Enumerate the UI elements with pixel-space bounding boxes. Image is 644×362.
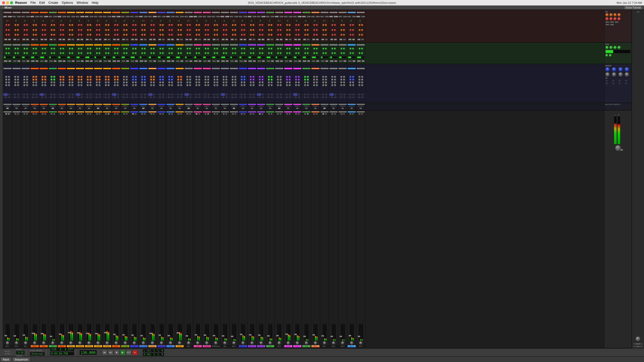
send-num-3[interactable]: 3: [17, 93, 20, 96]
knob[interactable]: [261, 24, 264, 26]
btn-by[interactable]: BY: [287, 107, 290, 109]
btn-on[interactable]: ON: [149, 38, 152, 40]
knob[interactable]: [53, 76, 56, 78]
knob[interactable]: [349, 29, 352, 31]
send-num-7[interactable]: 7: [153, 96, 156, 99]
send-num-5[interactable]: 5: [103, 96, 104, 99]
btn-on[interactable]: ON: [262, 60, 265, 62]
btn-eq[interactable]: EQ: [243, 38, 247, 40]
knob[interactable]: [307, 52, 309, 54]
knob[interactable]: [114, 29, 116, 31]
btn-eq[interactable]: EQ: [298, 38, 301, 40]
knob[interactable]: [62, 76, 65, 78]
btn-dyn[interactable]: DYN: [194, 60, 198, 62]
btn-gate[interactable]: GATE: [266, 16, 270, 18]
send-num-4[interactable]: 4: [11, 93, 12, 96]
eq-knob-8[interactable]: [617, 17, 621, 21]
knob[interactable]: [189, 76, 191, 78]
send-num-5[interactable]: 5: [311, 96, 312, 99]
knob[interactable]: [132, 24, 134, 26]
knob[interactable]: [234, 24, 236, 26]
btn-on[interactable]: ON: [76, 38, 80, 40]
pan-knob[interactable]: [250, 341, 254, 345]
send-num-1[interactable]: 1: [266, 93, 267, 96]
knob[interactable]: [214, 48, 216, 50]
send-num-5[interactable]: 5: [347, 96, 348, 99]
pan-knob[interactable]: [6, 341, 9, 345]
send-num-5[interactable]: 5: [239, 96, 240, 99]
btn-gate[interactable]: GATE: [230, 16, 234, 18]
knob[interactable]: [114, 34, 116, 36]
quantize-value[interactable]: 1/16: [16, 351, 25, 354]
knob[interactable]: [171, 84, 173, 86]
knob[interactable]: [8, 84, 10, 86]
btn-s[interactable]: S: [189, 113, 191, 115]
send-num-3[interactable]: 3: [44, 93, 47, 96]
knob[interactable]: [17, 29, 19, 31]
send-num-2[interactable]: 2: [122, 93, 125, 96]
btn-on[interactable]: ON: [244, 60, 247, 62]
send-num-4[interactable]: 4: [328, 93, 329, 96]
send-num-6[interactable]: 6: [303, 96, 306, 99]
send-num-4[interactable]: 4: [210, 93, 212, 96]
btn-on[interactable]: ON: [122, 38, 125, 40]
send-num-7[interactable]: 7: [162, 96, 165, 99]
btn-eq[interactable]: EQ: [26, 38, 29, 40]
knob[interactable]: [144, 34, 146, 36]
send-num-5[interactable]: 5: [166, 96, 167, 99]
btn-s[interactable]: S: [279, 113, 282, 115]
btn-m[interactable]: M: [322, 113, 325, 115]
btn-on[interactable]: ON: [180, 60, 184, 62]
knob[interactable]: [162, 78, 164, 81]
btn-dyn[interactable]: DYN: [330, 60, 334, 62]
knob[interactable]: [241, 52, 243, 54]
send-num-1[interactable]: 1: [85, 93, 86, 96]
knob[interactable]: [98, 24, 101, 26]
btn-on[interactable]: ON: [194, 38, 198, 40]
knob[interactable]: [243, 34, 246, 36]
send-num-2[interactable]: 2: [258, 93, 261, 96]
btn-on[interactable]: ON: [153, 60, 156, 62]
knob[interactable]: [150, 76, 152, 78]
menu-options[interactable]: Options: [62, 1, 73, 5]
btn-on[interactable]: ON: [289, 60, 292, 62]
btn-dyn[interactable]: DYN: [121, 60, 126, 62]
knob[interactable]: [225, 76, 228, 78]
knob[interactable]: [304, 76, 306, 78]
send-num-8[interactable]: 8: [355, 96, 356, 99]
knob[interactable]: [250, 52, 252, 54]
btn-on[interactable]: ON: [4, 38, 8, 40]
pan-knob[interactable]: [359, 341, 363, 345]
knob[interactable]: [35, 76, 37, 78]
knob[interactable]: [141, 76, 143, 78]
knob[interactable]: [250, 84, 252, 86]
knob[interactable]: [232, 52, 234, 54]
knob[interactable]: [126, 76, 128, 78]
btn-by[interactable]: BY: [15, 107, 18, 109]
knob[interactable]: [358, 81, 361, 84]
knob[interactable]: [180, 76, 182, 78]
btn-dyn[interactable]: DYN: [31, 60, 35, 62]
send-num-1[interactable]: 1: [39, 93, 41, 96]
knob[interactable]: [153, 52, 155, 54]
btn-by[interactable]: BY: [323, 107, 326, 109]
knob[interactable]: [116, 78, 119, 81]
knob[interactable]: [71, 34, 73, 36]
knob[interactable]: [71, 52, 73, 54]
send-knob-2[interactable]: [612, 67, 616, 72]
btn-on[interactable]: ON: [185, 38, 189, 40]
send-num-6[interactable]: 6: [104, 96, 107, 99]
send-num-2[interactable]: 2: [331, 93, 334, 96]
send-num-8[interactable]: 8: [165, 96, 166, 99]
btn-s[interactable]: S: [62, 113, 64, 115]
btn-dyn[interactable]: DYN: [76, 60, 80, 62]
send-num-5[interactable]: 5: [21, 96, 22, 99]
btn-eq[interactable]: EQ: [325, 38, 328, 40]
knob[interactable]: [144, 78, 146, 81]
btn-m[interactable]: M: [231, 113, 234, 115]
knob[interactable]: [195, 34, 198, 36]
knob[interactable]: [358, 78, 361, 81]
btn-m[interactable]: M: [14, 113, 17, 115]
send-num-4[interactable]: 4: [93, 93, 94, 96]
pan-knob[interactable]: [60, 341, 64, 345]
